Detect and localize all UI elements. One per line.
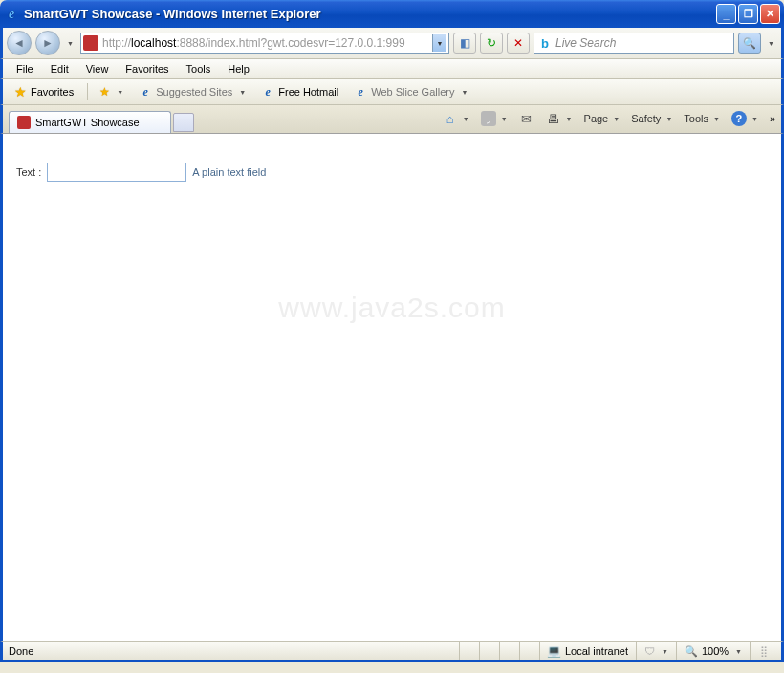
ie-page-icon: e [354, 85, 367, 98]
safety-menu[interactable]: Safety ▼ [627, 111, 676, 126]
menu-file[interactable]: File [9, 61, 41, 76]
separator [87, 83, 88, 100]
chevron-down-icon: ▼ [613, 116, 620, 122]
add-favorite-button[interactable]: ★ ▼ [96, 83, 127, 100]
rss-icon: ◞ [481, 111, 496, 126]
stop-button[interactable]: ✕ [507, 33, 530, 54]
url-dropdown[interactable]: ▼ [432, 34, 446, 52]
tab-favicon [17, 116, 31, 129]
suggested-sites-link[interactable]: e Suggested Sites ▼ [135, 83, 250, 100]
webslice-label: Web Slice Gallery [371, 86, 454, 98]
status-pane-1 [459, 642, 479, 660]
text-field-hint: A plain text field [192, 166, 266, 178]
bing-icon: b [538, 36, 552, 50]
zoom-icon: 🔍 [685, 645, 698, 658]
zone-label: Local intranet [565, 645, 628, 657]
security-zone[interactable]: 💻 Local intranet [539, 642, 636, 660]
command-bar: ⌂ ▼ ◞ ▼ ✉ 🖶 ▼ Page ▼ Safety ▼ Tools ▼ ? … [439, 109, 775, 128]
url-text: http://localhost:8888/index.html?gwt.cod… [102, 36, 428, 50]
chevron-down-icon: ▼ [117, 89, 123, 96]
chevron-down-icon: ▼ [239, 89, 246, 96]
favorites-button[interactable]: ★ Favorites [9, 82, 79, 101]
tab-bar: SmartGWT Showcase ⌂ ▼ ◞ ▼ ✉ 🖶 ▼ Page ▼ S… [0, 105, 784, 133]
watermark-text: www.java2s.com [3, 292, 781, 324]
search-bar[interactable]: b Live Search [534, 33, 734, 54]
new-tab-button[interactable] [173, 113, 194, 132]
status-bar: Done 💻 Local intranet 🛡 ▼ 🔍 100% ▼ ⣿ [0, 641, 784, 662]
zoom-control[interactable]: 🔍 100% ▼ [676, 642, 750, 660]
site-icon [83, 35, 98, 51]
feeds-button[interactable]: ◞ ▼ [477, 109, 512, 128]
window-titlebar: e SmartGWT Showcase - Windows Internet E… [0, 0, 784, 28]
address-bar[interactable]: http://localhost:8888/index.html?gwt.cod… [80, 33, 449, 54]
chevron-down-icon: ▼ [501, 116, 508, 122]
chevron-down-icon: ▼ [735, 648, 742, 655]
ie-icon: e [4, 7, 19, 22]
chevron-down-icon: ▼ [463, 116, 469, 122]
text-input[interactable] [47, 163, 186, 182]
page-label: Page [584, 113, 609, 124]
zone-icon: 💻 [548, 644, 561, 658]
shield-icon: 🛡 [644, 645, 655, 657]
home-icon: ⌂ [443, 111, 458, 126]
overflow-button[interactable]: » [770, 113, 775, 124]
suggested-sites-label: Suggested Sites [156, 86, 232, 98]
status-pane-4 [519, 642, 539, 660]
window-title: SmartGWT Showcase - Windows Internet Exp… [24, 7, 716, 21]
web-slice-link[interactable]: e Web Slice Gallery ▼ [350, 83, 471, 100]
home-button[interactable]: ⌂ ▼ [439, 109, 473, 128]
star-add-icon: ★ [99, 85, 110, 98]
protected-mode[interactable]: 🛡 ▼ [636, 642, 676, 660]
forward-button[interactable]: ► [35, 31, 60, 55]
menu-edit[interactable]: Edit [43, 61, 76, 76]
nav-history-dropdown[interactable]: ▼ [64, 34, 76, 52]
status-text: Done [9, 645, 459, 657]
tools-menu[interactable]: Tools ▼ [680, 111, 724, 126]
search-placeholder: Live Search [555, 36, 730, 50]
chevron-down-icon: ▼ [566, 116, 573, 122]
resize-grip[interactable]: ⣿ [750, 642, 775, 660]
back-button[interactable]: ◄ [7, 31, 32, 55]
text-field-row: Text : A plain text field [16, 163, 768, 182]
star-icon: ★ [14, 84, 27, 99]
menu-view[interactable]: View [78, 61, 117, 76]
chevron-down-icon: ▼ [662, 648, 668, 655]
tab-active[interactable]: SmartGWT Showcase [9, 111, 171, 133]
page-content: Text : A plain text field www.java2s.com [0, 133, 784, 641]
zoom-level: 100% [702, 645, 729, 657]
minimize-button[interactable]: _ [716, 4, 736, 24]
ie-page-icon: e [139, 85, 152, 98]
read-mail-button[interactable]: ✉ [515, 109, 538, 128]
chevron-down-icon: ▼ [461, 89, 468, 96]
tools-label: Tools [684, 113, 708, 124]
chevron-down-icon: ▼ [665, 116, 672, 122]
tab-title: SmartGWT Showcase [35, 117, 140, 128]
page-menu[interactable]: Page ▼ [580, 111, 624, 126]
navigation-toolbar: ◄ ► ▼ http://localhost:8888/index.html?g… [0, 28, 784, 59]
status-pane-2 [479, 642, 499, 660]
chevron-down-icon: ▼ [713, 116, 720, 122]
status-pane-3 [499, 642, 519, 660]
close-button[interactable]: ✕ [760, 4, 780, 24]
menu-help[interactable]: Help [220, 61, 257, 76]
menu-favorites[interactable]: Favorites [118, 61, 176, 76]
menu-bar: File Edit View Favorites Tools Help [0, 59, 784, 79]
print-icon: 🖶 [546, 111, 561, 126]
text-field-label: Text : [16, 166, 41, 178]
safety-label: Safety [631, 113, 661, 124]
search-dropdown[interactable]: ▼ [765, 34, 777, 52]
refresh-button[interactable]: ↻ [480, 33, 503, 54]
chevron-down-icon: ▼ [751, 116, 758, 122]
favorites-label: Favorites [31, 86, 74, 98]
favorites-bar: ★ Favorites ★ ▼ e Suggested Sites ▼ e Fr… [0, 79, 784, 105]
free-hotmail-link[interactable]: e Free Hotmail [257, 83, 342, 100]
help-button[interactable]: ? ▼ [728, 109, 762, 128]
mail-icon: ✉ [519, 111, 534, 126]
print-button[interactable]: 🖶 ▼ [542, 109, 577, 128]
maximize-button[interactable]: ❐ [738, 4, 758, 24]
search-button[interactable]: 🔍 [738, 33, 761, 54]
help-icon: ? [731, 111, 747, 126]
compat-button[interactable]: ◧ [453, 33, 476, 54]
menu-tools[interactable]: Tools [179, 61, 219, 76]
hotmail-label: Free Hotmail [278, 86, 338, 98]
